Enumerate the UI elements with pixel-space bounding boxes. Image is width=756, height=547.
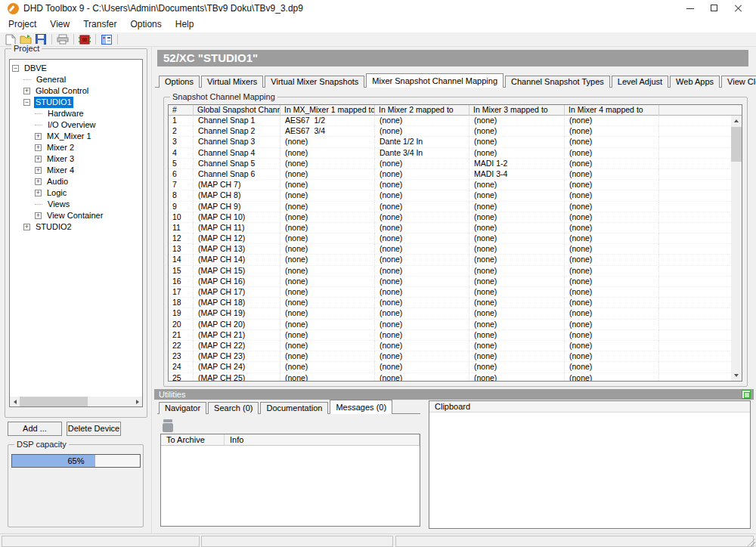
menu-help[interactable]: Help (169, 17, 201, 32)
scrollbar-thumb[interactable] (20, 397, 88, 406)
table-row[interactable]: 11(MAP CH 11)(none)(none)(none)(none) (169, 223, 742, 233)
table-row[interactable]: 20(MAP CH 20)(none)(none)(none)(none) (169, 320, 742, 330)
tab-mixer-snapshot-channel-mapping[interactable]: Mixer Snapshot Channel Mapping (366, 73, 503, 88)
tree-item-hardware[interactable]: Hardware (10, 108, 142, 119)
table-row[interactable]: 18(MAP CH 18)(none)(none)(none)(none) (169, 298, 742, 308)
tree-item-mixer-3[interactable]: +Mixer 3 (10, 153, 142, 165)
expand-icon[interactable]: + (23, 88, 30, 94)
column-header-in-mixer-4-mapped-to[interactable]: In Mixer 4 mapped to (565, 105, 659, 116)
collapse-icon[interactable]: − (23, 99, 30, 106)
tab-view-clock-format[interactable]: View Clock Format (721, 76, 756, 88)
scrollbar-thumb[interactable] (731, 127, 742, 162)
tab-options[interactable]: Options (159, 76, 200, 88)
expand-icon[interactable]: + (35, 190, 42, 196)
table-row[interactable]: 25(MAP CH 25)(none)(none)(none)(none) (169, 373, 742, 382)
tree-item-dbve[interactable]: −DBVE (10, 63, 142, 74)
mapping-vertical-scrollbar[interactable] (731, 116, 742, 381)
table-row[interactable]: 22(MAP CH 22)(none)(none)(none)(none) (169, 341, 742, 351)
scroll-left-icon[interactable] (10, 397, 20, 406)
menu-view[interactable]: View (43, 17, 76, 32)
tab-level-adjust[interactable]: Level Adjust (612, 76, 668, 88)
tree-item-global-control[interactable]: +Global Control (10, 85, 142, 97)
utilities-tab-messages-0[interactable]: Messages (0) (330, 400, 392, 414)
tree-item-label: Mixer 2 (45, 142, 76, 153)
row-number-cell: 24 (169, 362, 194, 372)
scroll-up-icon[interactable] (731, 116, 742, 126)
tree-item-label: View Container (45, 210, 104, 221)
archive-messages-button[interactable] (163, 419, 173, 432)
transfer-device-button[interactable] (77, 32, 92, 46)
table-row[interactable]: 19(MAP CH 19)(none)(none)(none)(none) (169, 308, 742, 319)
system-info-button[interactable] (99, 32, 114, 46)
table-row[interactable]: 7(MAP CH 7)(none)(none)(none)(none) (169, 180, 742, 190)
utilities-tab-search-0[interactable]: Search (0) (208, 402, 259, 414)
tree-item-audio[interactable]: +Audio (10, 176, 142, 187)
tab-virtual-mixer-snapshots[interactable]: Virtual Mixer Snapshots (265, 76, 364, 88)
table-row[interactable]: 23(MAP CH 23)(none)(none)(none)(none) (169, 351, 742, 362)
tab-web-apps[interactable]: Web Apps (670, 76, 720, 88)
expand-icon[interactable]: + (35, 144, 42, 151)
tree-item-mixer-4[interactable]: +Mixer 4 (10, 165, 142, 176)
table-row[interactable]: 1Channel Snap 1AES67 1/2(none)(none)(non… (169, 116, 742, 126)
table-row[interactable]: 12(MAP CH 12)(none)(none)(none)(none) (169, 233, 742, 244)
close-button[interactable] (727, 0, 751, 17)
table-row[interactable]: 16(MAP CH 16)(none)(none)(none)(none) (169, 277, 742, 287)
utilities-tab-navigator[interactable]: Navigator (159, 402, 206, 414)
table-row[interactable]: 13(MAP CH 13)(none)(none)(none)(none) (169, 244, 742, 255)
tab-channel-snapshot-types[interactable]: Channel Snapshot Types (505, 76, 610, 88)
print-button[interactable] (55, 32, 70, 46)
column-header-in-mx-mixer-1-mapped-to[interactable]: In MX_Mixer 1 mapped to (280, 105, 375, 116)
tree-item-studio1[interactable]: −STUDIO1 (10, 97, 142, 108)
tree-item-mixer-2[interactable]: +Mixer 2 (10, 142, 142, 153)
table-row[interactable]: 15(MAP CH 15)(none)(none)(none)(none) (169, 266, 742, 277)
expand-icon[interactable]: + (35, 133, 42, 140)
tree-item-view-container[interactable]: +View Container (10, 210, 142, 221)
scroll-right-icon[interactable] (132, 397, 142, 406)
table-row[interactable]: 2Channel Snap 2AES67 3/4(none)(none)(non… (169, 126, 742, 137)
tree-horizontal-scrollbar[interactable] (10, 397, 142, 406)
table-row[interactable]: 17(MAP CH 17)(none)(none)(none)(none) (169, 287, 742, 298)
mapping-cell: (none) (375, 116, 469, 126)
table-row[interactable]: 3Channel Snap 3(none)Dante 1/2 In(none)(… (169, 137, 742, 147)
table-row[interactable]: 9(MAP CH 9)(none)(none)(none)(none) (169, 202, 742, 212)
maximize-button[interactable] (702, 0, 727, 17)
menu-transfer[interactable]: Transfer (76, 17, 123, 32)
tree-item-i-o-overview[interactable]: I/O Overview (10, 119, 142, 131)
tree-item-logic[interactable]: +Logic (10, 187, 142, 199)
column-header-in-mixer-3-mapped-to[interactable]: In Mixer 3 mapped to (469, 105, 565, 116)
tree-item-mx-mixer-1[interactable]: +MX_Mixer 1 (10, 131, 142, 142)
column-header-[interactable]: # (169, 105, 194, 116)
column-header-global-snapshot-channel[interactable]: Global Snapshot Channel (194, 105, 280, 116)
expand-icon[interactable]: + (23, 224, 30, 230)
expand-icon[interactable]: + (35, 178, 42, 185)
collapse-icon[interactable]: − (12, 65, 19, 72)
table-row[interactable]: 14(MAP CH 14)(none)(none)(none)(none) (169, 255, 742, 265)
mapping-cell: (none) (469, 373, 565, 382)
column-header-in-mixer-2-mapped-to[interactable]: In Mixer 2 mapped to (375, 105, 469, 116)
expand-icon[interactable]: + (35, 212, 42, 219)
tree-item-general[interactable]: General (10, 74, 142, 85)
utilities-restore-button[interactable] (742, 390, 751, 399)
table-row[interactable]: 24(MAP CH 24)(none)(none)(none)(none) (169, 362, 742, 372)
utilities-tab-documentation[interactable]: Documentation (260, 402, 328, 414)
add-device-button[interactable]: Add ... (8, 422, 62, 436)
table-row[interactable]: 5Channel Snap 5(none)(none)MADI 1-2(none… (169, 159, 742, 169)
column-header-info[interactable]: Info (225, 434, 420, 445)
expand-icon[interactable]: + (35, 167, 42, 174)
table-row[interactable]: 10(MAP CH 10)(none)(none)(none)(none) (169, 212, 742, 223)
column-header-to-archive[interactable]: To Archive (161, 434, 225, 445)
expand-icon[interactable]: + (35, 156, 42, 162)
menu-project[interactable]: Project (2, 17, 43, 32)
table-row[interactable]: 6Channel Snap 6(none)(none)MADI 3-4(none… (169, 169, 742, 180)
menu-options[interactable]: Options (123, 17, 168, 32)
table-row[interactable]: 21(MAP CH 21)(none)(none)(none)(none) (169, 330, 742, 341)
minimize-button[interactable] (678, 0, 702, 17)
table-row[interactable]: 4Channel Snap 4(none)Dante 3/4 In(none)(… (169, 148, 742, 159)
delete-device-button[interactable]: Delete Device (67, 422, 121, 436)
tree-item-studio2[interactable]: +STUDIO2 (10, 221, 142, 233)
mapping-cell: (MAP CH 23) (194, 351, 280, 362)
tree-item-views[interactable]: Views (10, 199, 142, 210)
tab-virtual-mixers[interactable]: Virtual Mixers (201, 76, 263, 88)
scroll-down-icon[interactable] (731, 370, 742, 381)
table-row[interactable]: 8(MAP CH 8)(none)(none)(none)(none) (169, 190, 742, 201)
